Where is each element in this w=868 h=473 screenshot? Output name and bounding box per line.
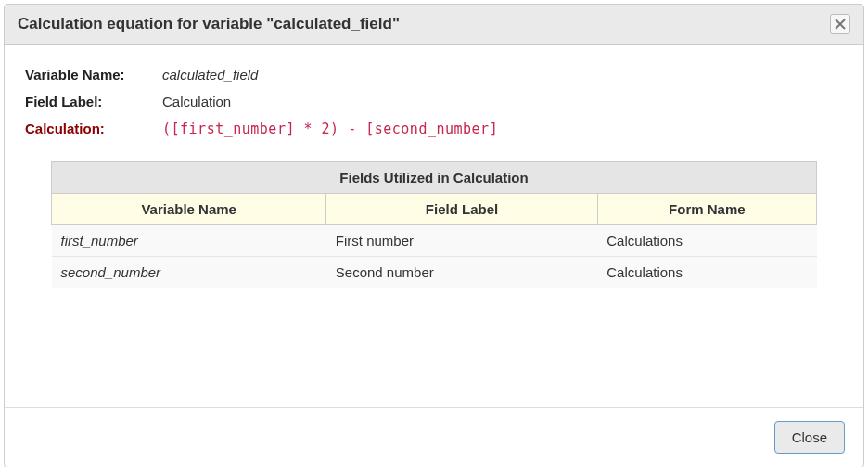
cell-field-label: First number xyxy=(326,225,597,257)
dialog-footer: Close xyxy=(5,407,863,467)
col-field-label: Field Label xyxy=(326,194,597,225)
calculation-row: Calculation: ([first_number] * 2) - [sec… xyxy=(25,115,843,143)
close-icon[interactable] xyxy=(830,14,850,34)
cell-variable-name: second_number xyxy=(52,257,326,288)
calculation-label: Calculation: xyxy=(25,121,162,137)
variable-name-label: Variable Name: xyxy=(25,67,162,83)
fields-table: Variable Name Field Label Form Name firs… xyxy=(51,193,817,288)
dialog-header: Calculation equation for variable "calcu… xyxy=(5,5,863,45)
field-label-row: Field Label: Calculation xyxy=(25,88,843,115)
fields-caption: Fields Utilized in Calculation xyxy=(51,161,817,193)
x-icon xyxy=(835,19,846,30)
fields-header-row: Variable Name Field Label Form Name xyxy=(52,194,817,225)
cell-form-name: Calculations xyxy=(597,257,816,288)
field-label-value: Calculation xyxy=(162,94,231,109)
col-form-name: Form Name xyxy=(597,194,816,225)
table-row: first_number First number Calculations xyxy=(52,225,817,257)
fields-utilized-section: Fields Utilized in Calculation Variable … xyxy=(51,161,817,288)
variable-name-value: calculated_field xyxy=(162,67,258,83)
dialog-title: Calculation equation for variable "calcu… xyxy=(18,15,400,33)
calculation-equation-dialog: Calculation equation for variable "calcu… xyxy=(4,4,864,467)
cell-field-label: Second number xyxy=(326,257,597,288)
variable-name-row: Variable Name: calculated_field xyxy=(25,61,843,88)
dialog-body: Variable Name: calculated_field Field La… xyxy=(5,45,863,407)
field-label-label: Field Label: xyxy=(25,94,162,109)
cell-form-name: Calculations xyxy=(597,225,816,257)
col-variable-name: Variable Name xyxy=(52,194,326,225)
table-row: second_number Second number Calculations xyxy=(52,257,817,288)
close-button[interactable]: Close xyxy=(774,421,845,454)
cell-variable-name: first_number xyxy=(52,225,326,257)
calculation-value: ([first_number] * 2) - [second_number] xyxy=(162,121,498,137)
